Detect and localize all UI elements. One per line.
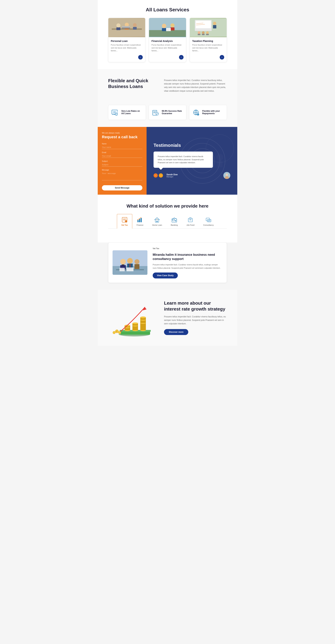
taxation-planning-arrow-btn[interactable]: › [220, 55, 224, 60]
case-study-card: Vat Tax Miranda halim it insurance busin… [108, 242, 227, 283]
flexible-section-desc: Posuere tellus imperdiet faci. Curabitur… [164, 78, 227, 93]
job-feed-icon [187, 217, 194, 223]
case-study-title: Miranda halim it insurance business need… [153, 253, 223, 261]
personal-loan-body: Personal Loan Purus faucibus ornare susp… [108, 37, 145, 54]
rates-icon: % [111, 108, 119, 116]
prev-icon: ← [155, 174, 157, 177]
financial-analysis-desc: Purus faucibus ornare suspendisse sed ni… [151, 44, 183, 52]
service-cards-row: Personal Loan Purus faucibus ornare susp… [108, 18, 227, 62]
subject-field: Subject [102, 160, 142, 166]
financial-analysis-photo-svg [149, 18, 186, 37]
author-avatar [223, 172, 230, 179]
personal-loan-title: Personal Loan [111, 40, 143, 42]
svg-rect-69 [137, 220, 139, 222]
banking-icon [171, 217, 177, 223]
case-study-tag: Vat Tax [153, 247, 223, 250]
interest-section-desc: Posuere tellus imperdiet facli. Curabitu… [164, 315, 227, 326]
svg-rect-116 [140, 323, 146, 330]
svg-text:%: % [116, 114, 117, 116]
svg-point-27 [198, 31, 200, 34]
email-input[interactable] [102, 154, 142, 158]
send-message-button[interactable]: Send Message [102, 185, 142, 190]
name-label: Name [102, 143, 142, 145]
callback-form: We are always ready Request a call back … [98, 127, 147, 195]
solutions-section: What kind of solution we provide here ✓ … [98, 195, 237, 242]
feature-flexible-repayments: $ Flexible with your Repayments [189, 105, 227, 120]
testimonial-box: Posuere tellus imperdiet facli. Curabitu… [154, 152, 213, 168]
name-input[interactable] [102, 146, 142, 149]
tab-banking[interactable]: Banking [166, 214, 182, 228]
testimonial-next-button[interactable]: → [159, 173, 163, 178]
taxation-planning-title: Taxation Planning [192, 40, 224, 42]
case-study-photo-svg [112, 250, 147, 275]
features-row: % Very Low Rates on All Loans 99.9% Succ… [98, 102, 237, 127]
financial-analysis-body: Financial Analysis Purus faucibus ornare… [149, 37, 186, 54]
view-case-study-button[interactable]: View Case Study [153, 272, 178, 278]
subject-label: Subject [102, 160, 142, 162]
svg-point-129 [118, 331, 121, 334]
financial-analysis-arrow-btn[interactable]: › [179, 55, 184, 60]
flexible-section-left: Flexible and Quick Business Loans [108, 78, 157, 90]
consultancy-icon [205, 217, 212, 223]
service-card-personal-loan: Personal Loan Purus faucibus ornare susp… [108, 18, 145, 62]
svg-point-14 [170, 24, 174, 28]
feature-very-low-rates: % Very Low Rates on All Loans [108, 105, 146, 120]
tab-home-loan[interactable]: Home Loan [148, 214, 166, 228]
svg-rect-34 [112, 111, 117, 114]
personal-loan-arrow-btn[interactable]: › [138, 55, 143, 60]
flexible-icon: $ [192, 108, 200, 116]
name-field: Name [102, 143, 142, 149]
svg-rect-22 [196, 21, 211, 28]
financial-analysis-footer: › [149, 54, 186, 62]
testimonial-prev-button[interactable]: ← [154, 173, 158, 178]
callback-form-title: Request a call back [102, 134, 142, 140]
svg-rect-3 [116, 28, 120, 30]
svg-rect-98 [134, 264, 139, 269]
message-field: Message [102, 169, 142, 181]
success-feature-title: 99.9% Success Rate Guarantee [162, 110, 183, 115]
taxation-planning-photo-svg [190, 18, 227, 37]
svg-rect-100 [119, 268, 125, 271]
home-loan-tab-label: Home Loan [152, 224, 162, 226]
success-icon [152, 108, 159, 116]
solutions-title: What kind of solution we provide here [108, 204, 227, 209]
discover-more-button[interactable]: Discover more [164, 329, 188, 335]
email-field: Email [102, 152, 142, 158]
svg-point-91 [120, 259, 126, 264]
banking-tab-label: Banking [171, 224, 178, 226]
finance-icon [137, 217, 143, 223]
interest-section-title: Learn more about our interest rate growt… [164, 300, 227, 312]
tab-job-feed[interactable]: Job Feed [182, 214, 199, 228]
taxation-planning-footer: › [190, 54, 227, 62]
interest-chart-svg: $ [110, 298, 155, 337]
subject-input[interactable] [102, 163, 142, 166]
svg-rect-76 [156, 221, 158, 222]
solutions-tabs: ✓ Vat Tax Finance [108, 214, 227, 228]
svg-rect-70 [139, 219, 140, 222]
svg-text:✓: ✓ [125, 221, 127, 222]
vat-tax-icon: ✓ [121, 217, 128, 223]
message-textarea[interactable] [102, 172, 142, 180]
financial-analysis-title: Financial Analysis [151, 40, 183, 42]
ready-label: We are always ready [102, 132, 142, 134]
svg-point-28 [202, 31, 205, 34]
case-study-desc: Posuere tellus imperdiet facli. Curabitu… [153, 263, 223, 270]
svg-rect-71 [141, 218, 142, 222]
interest-content: Learn more about our interest rate growt… [164, 300, 227, 335]
rates-feature-text: Very Low Rates on All Loans [121, 110, 143, 115]
author-name: Sarah Doe [166, 173, 222, 176]
tab-vat-tax[interactable]: ✓ Vat Tax [117, 214, 132, 228]
author-info: Sarah Doe Manager [166, 173, 222, 178]
rates-feature-title: Very Low Rates on All Loans [121, 110, 143, 115]
flexible-feature-text: Flexible with your Repayments [202, 110, 224, 115]
message-label: Message [102, 169, 142, 171]
svg-point-80 [175, 220, 176, 221]
svg-text:$: $ [116, 331, 117, 332]
tab-finance[interactable]: Finance [132, 214, 148, 228]
tab-consultancy[interactable]: Consultancy [199, 214, 218, 228]
svg-point-61 [226, 174, 228, 176]
svg-rect-9 [122, 26, 130, 28]
personal-loan-photo-svg [108, 18, 145, 37]
svg-point-94 [127, 258, 133, 264]
svg-point-121 [140, 316, 146, 318]
